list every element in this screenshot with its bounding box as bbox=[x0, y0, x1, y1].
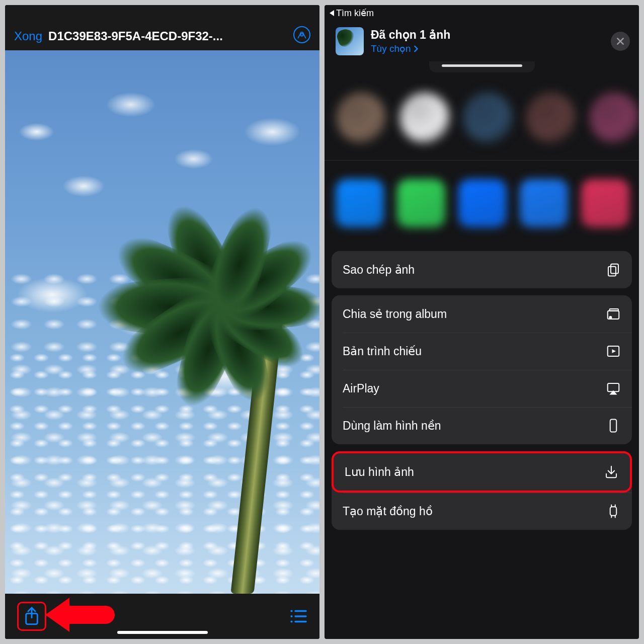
play-icon-wrap bbox=[606, 344, 621, 359]
action-group-3: Lưu hình ảnhTạo mặt đồng hồ bbox=[332, 451, 632, 530]
status-back-label: Tìm kiếm bbox=[336, 8, 374, 19]
close-icon bbox=[616, 37, 625, 46]
action-label: Tạo mặt đồng hồ bbox=[343, 505, 433, 518]
svg-rect-11 bbox=[608, 267, 616, 276]
markup-icon bbox=[297, 30, 307, 40]
share-app[interactable] bbox=[458, 179, 507, 227]
action-label: Bản trình chiếu bbox=[343, 345, 422, 358]
file-title: D1C39E83-9F5A-4ECD-9F32-... bbox=[48, 29, 287, 43]
phone-icon bbox=[606, 418, 621, 433]
airdrop-contact[interactable] bbox=[590, 93, 639, 143]
share-apps-row[interactable] bbox=[325, 160, 639, 246]
action-label: Sao chép ảnh bbox=[343, 263, 415, 277]
sheet-grabber[interactable] bbox=[442, 64, 522, 67]
share-icon bbox=[23, 606, 40, 626]
back-icon bbox=[330, 10, 334, 16]
action-slideshow[interactable]: Bản trình chiếu bbox=[332, 333, 632, 370]
action-label: AirPlay bbox=[343, 382, 379, 395]
action-save[interactable]: Lưu hình ảnh bbox=[332, 451, 632, 493]
svg-rect-20 bbox=[610, 507, 617, 516]
list-icon bbox=[289, 609, 307, 624]
svg-rect-10 bbox=[611, 264, 618, 274]
download-icon bbox=[604, 464, 619, 479]
share-button[interactable] bbox=[17, 602, 46, 631]
action-airplay[interactable]: AirPlay bbox=[332, 370, 632, 407]
share-title: Đã chọn 1 ảnh bbox=[371, 28, 604, 42]
airdrop-contact[interactable] bbox=[463, 93, 513, 143]
slideshow-icon bbox=[606, 344, 621, 359]
action-label: Lưu hình ảnh bbox=[345, 465, 414, 479]
options-button[interactable]: Tùy chọn bbox=[371, 43, 604, 54]
share-app[interactable] bbox=[336, 179, 384, 227]
airdrop-contact[interactable] bbox=[337, 93, 386, 143]
sheet-grabber-wrap bbox=[429, 61, 535, 72]
watch-icon-wrap bbox=[606, 504, 621, 519]
home-indicator[interactable] bbox=[117, 631, 208, 634]
share-sheet-pane: Tìm kiếm Đã chọn 1 ảnh Tùy chọn bbox=[325, 5, 639, 639]
photo-canvas[interactable] bbox=[5, 50, 319, 594]
airdrop-contacts-row[interactable] bbox=[325, 75, 639, 160]
action-watch[interactable]: Tạo mặt đồng hồ bbox=[332, 493, 632, 530]
close-button[interactable] bbox=[611, 32, 630, 51]
markup-button[interactable] bbox=[293, 26, 310, 43]
copy-icon-wrap bbox=[606, 262, 621, 277]
download-icon-wrap bbox=[604, 464, 619, 479]
annotation-arrow bbox=[45, 598, 115, 632]
action-group-1: Sao chép ảnh bbox=[332, 251, 632, 288]
status-back[interactable]: Tìm kiếm bbox=[325, 5, 639, 20]
svg-point-0 bbox=[300, 33, 303, 36]
palm-fronds bbox=[123, 181, 319, 392]
preview-toolbar bbox=[5, 594, 319, 639]
photo-preview-pane: Xong D1C39E83-9F5A-4ECD-9F32-... bbox=[5, 5, 319, 639]
preview-header: Xong D1C39E83-9F5A-4ECD-9F32-... bbox=[5, 5, 319, 50]
share-thumbnail[interactable] bbox=[336, 27, 364, 55]
airplay-icon bbox=[606, 381, 621, 396]
svg-marker-18 bbox=[610, 390, 617, 395]
album-icon-wrap bbox=[606, 306, 621, 321]
action-label: Dùng làm hình nền bbox=[343, 419, 441, 433]
share-header: Đã chọn 1 ảnh Tùy chọn bbox=[325, 20, 639, 61]
share-app[interactable] bbox=[520, 179, 568, 227]
airdrop-contact[interactable] bbox=[400, 93, 449, 143]
svg-point-2 bbox=[290, 610, 292, 612]
list-button[interactable] bbox=[289, 609, 307, 624]
action-album[interactable]: Chia sẻ trong album bbox=[332, 295, 632, 333]
airplay-icon-wrap bbox=[606, 381, 621, 396]
chevron-right-icon bbox=[413, 45, 418, 52]
action-group-2: Chia sẻ trong albumBản trình chiếuAirPla… bbox=[332, 295, 632, 444]
phone-icon-wrap bbox=[606, 418, 621, 433]
watch-icon bbox=[606, 504, 621, 519]
svg-marker-16 bbox=[612, 349, 616, 353]
copy-icon bbox=[606, 262, 621, 277]
action-label: Chia sẻ trong album bbox=[343, 307, 447, 321]
actions-menu: Sao chép ảnh Chia sẻ trong albumBản trìn… bbox=[325, 246, 639, 530]
svg-rect-19 bbox=[610, 420, 617, 432]
action-wallpaper[interactable]: Dùng làm hình nền bbox=[332, 407, 632, 444]
svg-point-4 bbox=[290, 615, 292, 617]
svg-point-14 bbox=[609, 316, 612, 319]
done-button[interactable]: Xong bbox=[14, 29, 42, 43]
action-copy[interactable]: Sao chép ảnh bbox=[332, 251, 632, 288]
shared-album-icon bbox=[606, 306, 621, 321]
share-app[interactable] bbox=[581, 179, 629, 227]
share-app[interactable] bbox=[397, 179, 445, 227]
airdrop-contact[interactable] bbox=[526, 93, 576, 143]
svg-rect-13 bbox=[610, 309, 619, 311]
svg-point-6 bbox=[290, 620, 292, 622]
